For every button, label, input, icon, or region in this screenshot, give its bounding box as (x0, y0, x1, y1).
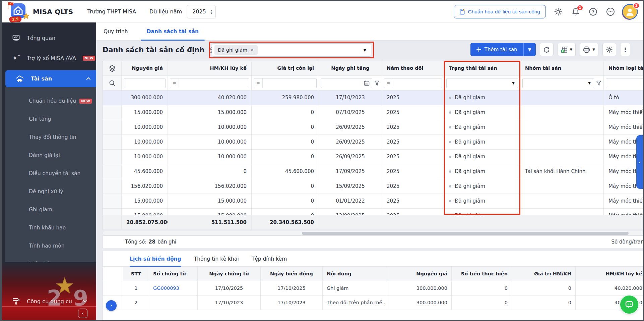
app-logo[interactable]: 2.9 (7, 2, 28, 21)
voucher-link[interactable]: GG000093 (153, 285, 179, 291)
sidebar-subitem[interactable]: Chuẩn hóa dữ liệuNEW (5, 92, 96, 110)
table-row[interactable]: 10.000.00010.000.000026/09/20252025Đã gh… (103, 150, 644, 164)
sidebar-item-ava[interactable]: ✦✦ Trợ lý số MISA AVA NEW (2, 50, 96, 66)
filter-input-nam-theo-doi[interactable]: = (384, 78, 442, 88)
table-cell: 10.000.000 (122, 150, 168, 164)
filter-chip[interactable]: Đã ghi giảm ✕ (214, 45, 258, 55)
year-stepper-arrows[interactable]: ▴▾ (211, 9, 212, 14)
filter-input-nguyen-gia[interactable] (124, 78, 166, 88)
status-text: Đã ghi giảm (455, 124, 485, 130)
total-label: Tổng số: (125, 239, 146, 245)
layers-icon (109, 65, 116, 72)
sidebar-subitem[interactable]: Tính khấu hao (5, 219, 96, 237)
year-stepper[interactable]: 2025 ▴▾ (187, 5, 216, 18)
column-header[interactable]: Trạng thái tài sản (444, 61, 520, 76)
help-button[interactable]: ? (588, 7, 598, 17)
column-header[interactable]: STT (123, 267, 149, 281)
refresh-button[interactable] (540, 43, 554, 56)
table-row[interactable]: 15.000.00015.000.000007/10/20252025Đã gh… (103, 105, 644, 120)
column-header[interactable]: Số tiền thực hiện (451, 267, 512, 281)
filter-input-gia-tri-con-lai[interactable]: = (254, 78, 317, 88)
filter-input-nhom-loai[interactable] (606, 78, 644, 88)
chip-close-icon[interactable]: ✕ (250, 47, 254, 53)
add-asset-button[interactable]: Thêm tài sản (470, 43, 523, 56)
print-button[interactable]: ▼ (580, 43, 598, 56)
scrollbar-thumb[interactable] (302, 232, 629, 235)
calendar-icon[interactable] (364, 80, 370, 86)
column-header[interactable]: Ngày ghi tăng (319, 61, 382, 76)
column-header[interactable]: HM/KH lũy kế (168, 61, 252, 76)
table-row[interactable]: 15.000.00015.000.000001/01/20222025Đã gh… (103, 194, 644, 209)
column-header[interactable]: Ngày biến động (260, 267, 322, 281)
normalize-data-button[interactable]: Chuẩn hóa dữ liệu tài sản công (454, 5, 546, 18)
column-header[interactable]: HM/KH lũy kế (575, 267, 644, 281)
column-header[interactable]: Giá trị còn lại (252, 61, 319, 76)
sidebar-subitem[interactable]: Tính hao mòn (5, 237, 96, 255)
tab-declaration[interactable]: Thông tin kê khai (194, 251, 239, 267)
status-filter-control[interactable]: Đã ghi giảm ✕ ▼ (212, 43, 371, 57)
table-row[interactable]: 300.000.00040.020.000259.980.00017/10/20… (103, 91, 644, 105)
table-row[interactable]: 156.020.000156.020.000015/09/20252025Đã … (103, 179, 644, 194)
grid-settings-button[interactable] (602, 43, 616, 56)
column-header[interactable]: Số chứng từ (149, 267, 197, 281)
expand-detail-button[interactable]: › (106, 300, 117, 311)
detail-table-cell: 0 (451, 296, 512, 310)
chat-widget-button[interactable] (620, 296, 638, 314)
sidebar-subitem[interactable]: Ghi tăng (5, 110, 96, 128)
tab-process[interactable]: Quy trình (102, 22, 130, 41)
table-row[interactable]: 15.000.00015.000.000012/09/20252025Đã gh… (103, 209, 644, 215)
flag-icon (7, 1, 14, 10)
column-header[interactable]: Nguyên giá (122, 61, 168, 76)
equals-operator[interactable]: = (384, 78, 393, 88)
sidebar-item-overview[interactable]: Tổng quan (2, 30, 96, 46)
table-row[interactable]: 10.000.00010.000.000026/09/20252025Đã gh… (103, 135, 644, 150)
equals-operator[interactable]: = (254, 78, 263, 88)
filter-caret-icon[interactable]: ▼ (364, 48, 366, 52)
filter-gutter[interactable] (103, 76, 122, 91)
column-header[interactable]: Giá trị HM/KH (512, 267, 575, 281)
detail-table-row[interactable]: 217/10/202317/10/2023Theo dõi trên phần … (103, 296, 644, 310)
tab-history[interactable]: Lịch sử biến động (130, 251, 181, 267)
sidebar-subitem[interactable]: Điều chuyển tài sản (5, 164, 96, 182)
sidebar-item-assets[interactable]: Tài sản (5, 70, 96, 87)
step-down-icon[interactable]: ▾ (211, 12, 212, 14)
sidebar-subitem[interactable]: Đề nghị xử lý (5, 182, 96, 201)
sidebar-subitem[interactable]: Ghi giảm (5, 201, 96, 219)
column-header[interactable]: Ngày chứng từ (197, 267, 260, 281)
sidebar-item-label: Tài sản (31, 75, 52, 82)
export-excel-button[interactable]: X ▼ (558, 43, 576, 56)
horizontal-scrollbar[interactable] (103, 231, 644, 235)
org-name[interactable]: Trường THPT MISA (87, 8, 136, 15)
filter-input-hmkh[interactable]: = (170, 78, 249, 88)
equals-operator[interactable]: = (170, 78, 179, 88)
filter-select-nhom-tai-san[interactable]: ▼ (522, 78, 594, 88)
table-row[interactable]: 10.000.00010.000.000026/09/20252025Đã gh… (103, 120, 644, 135)
page-size-label[interactable]: Số dòng/trang (611, 239, 644, 245)
sidebar-collapse-button[interactable]: ‹ (78, 309, 87, 318)
filter-select-trang-thai[interactable]: ▼ (446, 78, 518, 88)
detail-table-row[interactable]: 1GG00009317/10/202517/10/2025Ghi giảm300… (103, 281, 644, 296)
tab-attachments[interactable]: Tệp đính kèm (252, 251, 287, 267)
more-button[interactable] (605, 7, 616, 17)
filter-funnel-icon[interactable] (596, 81, 601, 86)
column-header-gutter[interactable] (103, 61, 122, 76)
tab-asset-list[interactable]: Danh sách tài sản (145, 22, 201, 41)
filter-input-ngay-ghi-tang[interactable] (321, 78, 372, 88)
column-header[interactable]: Nội dung (322, 267, 386, 281)
column-header[interactable]: Nhóm loại tài sản (604, 61, 644, 76)
column-header[interactable]: Năm theo dõi (382, 61, 444, 76)
row-gutter (103, 164, 122, 179)
add-asset-caret-button[interactable]: ▼ (523, 43, 536, 56)
sidebar-item-tools[interactable]: Công cụ dụng cụ (2, 297, 96, 305)
settings-button[interactable] (553, 7, 563, 17)
table-row[interactable]: 45.600.000045.600.00017/09/20252025Đã gh… (103, 164, 644, 179)
notifications-button[interactable]: 1 (571, 7, 581, 17)
kebab-menu-button[interactable]: ⋮ (620, 43, 630, 56)
column-header[interactable]: Nhóm tài sản (520, 61, 604, 76)
right-panel-collapse-button[interactable]: ‹ (636, 135, 643, 189)
sidebar-subitem[interactable]: Đánh giá lại (5, 146, 96, 164)
sidebar-subitem[interactable]: Thay đổi thông tin (5, 128, 96, 146)
column-header[interactable]: Nguyên giá (386, 267, 451, 281)
avatar[interactable]: 1 (623, 5, 637, 19)
filter-funnel-icon[interactable] (374, 81, 380, 86)
